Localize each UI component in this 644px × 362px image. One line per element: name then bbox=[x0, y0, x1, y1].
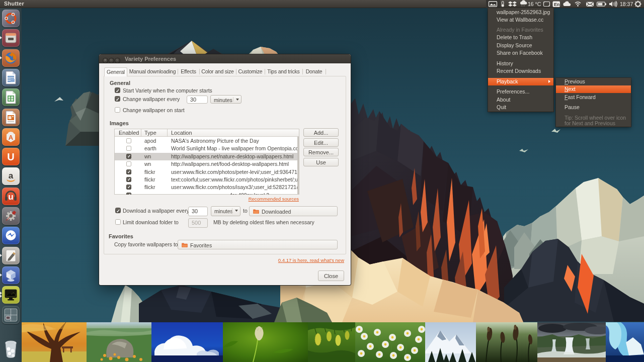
svg-text:16 °C: 16 °C bbox=[528, 1, 541, 7]
svg-text:18:37: 18:37 bbox=[620, 1, 633, 7]
svg-text:u: u bbox=[8, 192, 13, 202]
svg-text:A: A bbox=[9, 134, 14, 141]
svg-text:U: U bbox=[7, 151, 14, 162]
svg-text:En: En bbox=[554, 2, 560, 7]
svg-text:a: a bbox=[9, 171, 14, 180]
